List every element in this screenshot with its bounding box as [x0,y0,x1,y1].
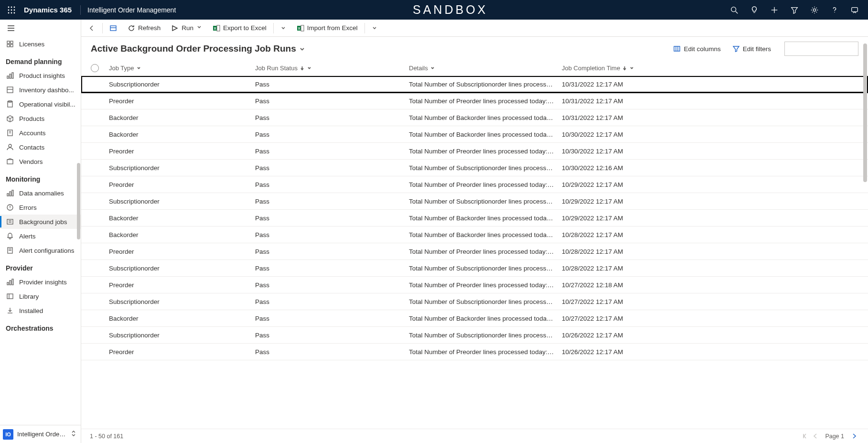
cell-status: Pass [255,348,409,356]
cell-jobtype: Preorder [102,348,255,356]
box-icon [6,114,14,123]
cell-jobtype: Subscriptionorder [102,265,255,272]
top-nav: Dynamics 365 Intelligent Order Managemen… [0,0,868,20]
table-row[interactable]: SubscriptionorderPassTotal Number of Sub… [81,160,868,176]
edit-filters-button[interactable]: Edit filters [729,43,774,54]
table-row[interactable]: PreorderPassTotal Number of Preorder lin… [81,243,868,260]
cell-status: Pass [255,198,409,205]
cell-status: Pass [255,231,409,238]
export-excel-split[interactable] [276,20,291,36]
view-selector[interactable]: Active Background Order Processing Job R… [91,43,305,54]
table-row[interactable]: BackorderPassTotal Number of Backorder l… [81,310,868,327]
table-row[interactable]: SubscriptionorderPassTotal Number of Sub… [81,293,868,310]
add-icon[interactable] [765,0,784,20]
table-row[interactable]: PreorderPassTotal Number of Preorder lin… [81,277,868,293]
brand-label[interactable]: Dynamics 365 [24,6,72,14]
table-row[interactable]: BackorderPassTotal Number of Backorder l… [81,126,868,143]
assistant-icon[interactable] [845,0,864,20]
sidebar-item-licenses[interactable]: Licenses [0,37,81,51]
table-row[interactable]: SubscriptionorderPassTotal Number of Sub… [81,260,868,277]
svg-rect-23 [11,44,13,47]
table-row[interactable]: PreorderPassTotal Number of Preorder lin… [81,143,868,160]
funnel-icon[interactable] [785,0,804,20]
bell-icon [6,232,14,240]
sidebar-item-inventory-dashboard[interactable]: Inventory dashbo... [0,83,81,97]
cell-jobtype: Preorder [102,281,255,289]
sidebar-item-product-insights[interactable]: Product insights [0,68,81,83]
sidebar-item-products[interactable]: Products [0,111,81,126]
table-row[interactable]: BackorderPassTotal Number of Backorder l… [81,210,868,227]
env-label: SANDBOX [413,3,488,16]
table-row[interactable]: BackorderPassTotal Number of Backorder l… [81,109,868,126]
provider-insights-icon [6,278,14,286]
building-icon [6,129,14,137]
next-page-button[interactable] [849,433,859,439]
column-header-time[interactable]: Job Completion Time [562,65,686,72]
column-header-status[interactable]: Job Run Status [255,65,409,72]
edit-columns-button[interactable]: Edit columns [670,43,723,54]
import-excel-button[interactable]: XImport from Excel [292,20,363,36]
export-excel-button[interactable]: XExport to Excel [208,20,271,36]
cell-status: Pass [255,164,409,172]
divider [364,23,365,33]
sidebar-item-contacts[interactable]: Contacts [0,140,81,154]
svg-point-41 [10,209,10,209]
prev-page-button[interactable] [810,433,820,439]
svg-rect-21 [11,41,13,43]
edit-columns-label: Edit columns [684,45,720,53]
cell-jobtype: Preorder [102,148,255,155]
table-row[interactable]: SubscriptionorderPassTotal Number of Sub… [81,327,868,344]
import-excel-split[interactable] [367,20,382,36]
cell-status: Pass [255,298,409,305]
hamburger-icon[interactable] [0,20,81,37]
sidebar-item-operational-visibility[interactable]: Operational visibil... [0,97,81,111]
sidebar-item-library[interactable]: Library [0,289,81,303]
cell-status: Pass [255,148,409,155]
run-button[interactable]: Run [166,20,207,36]
sidebar-item-installed[interactable]: Installed [0,303,81,318]
table-row[interactable]: SubscriptionorderPassTotal Number of Sub… [81,193,868,210]
cell-status: Pass [255,248,409,255]
focused-view-button[interactable] [105,20,122,36]
app-switcher[interactable]: IO Intelligent Order ... [0,425,81,443]
table-row[interactable]: SubscriptionorderPassTotal Number of Sub… [81,76,868,93]
gear-icon[interactable] [805,0,824,20]
sidebar-scrollbar[interactable] [77,163,80,239]
cell-details: Total Number of Preorder lines processed… [409,148,562,155]
svg-rect-58 [217,25,220,31]
lightbulb-icon[interactable] [745,0,764,20]
table-row[interactable]: BackorderPassTotal Number of Backorder l… [81,227,868,243]
sidebar-item-alerts[interactable]: Alerts [0,229,81,243]
sidebar-item-alert-configurations[interactable]: Alert configurations [0,243,81,258]
alert-config-icon [6,246,14,255]
grid-scrollbar[interactable] [863,43,867,182]
main-content: Refresh Run XExport to Excel XImport fro… [81,20,868,443]
sidebar-item-provider-insights[interactable]: Provider insights [0,275,81,289]
back-button[interactable] [83,20,100,36]
select-all-checkbox[interactable] [91,64,99,72]
app-launcher-icon[interactable] [4,2,19,18]
table-row[interactable]: PreorderPassTotal Number of Preorder lin… [81,176,868,193]
product-name[interactable]: Intelligent Order Management [87,6,176,14]
column-header-jobtype[interactable]: Job Type [102,65,255,72]
svg-point-0 [8,6,10,8]
keyword-search-box[interactable] [784,42,858,56]
sidebar-item-errors[interactable]: Errors [0,200,81,215]
search-icon[interactable] [725,0,744,20]
grid-header: Job Type Job Run Status Details Job Comp… [81,61,868,76]
sidebar-item-background-jobs[interactable]: Background jobs [0,215,81,229]
svg-rect-37 [10,192,11,196]
sidebar-item-label: Operational visibil... [19,101,75,108]
refresh-button[interactable]: Refresh [123,20,165,36]
first-page-button[interactable] [799,433,810,439]
cell-time: 10/29/2022 12:17 AM [562,181,686,188]
sidebar-item-data-anomalies[interactable]: Data anomalies [0,186,81,200]
help-icon[interactable] [825,0,844,20]
table-row[interactable]: PreorderPassTotal Number of Preorder lin… [81,344,868,360]
sidebar-item-accounts[interactable]: Accounts [0,126,81,140]
sidebar-item-vendors[interactable]: Vendors [0,154,81,169]
table-row[interactable]: PreorderPassTotal Number of Preorder lin… [81,93,868,109]
sidebar-item-label: Installed [19,307,43,314]
cell-details: Total Number of Subscriptionorder lines … [409,81,562,88]
column-header-details[interactable]: Details [409,65,562,72]
